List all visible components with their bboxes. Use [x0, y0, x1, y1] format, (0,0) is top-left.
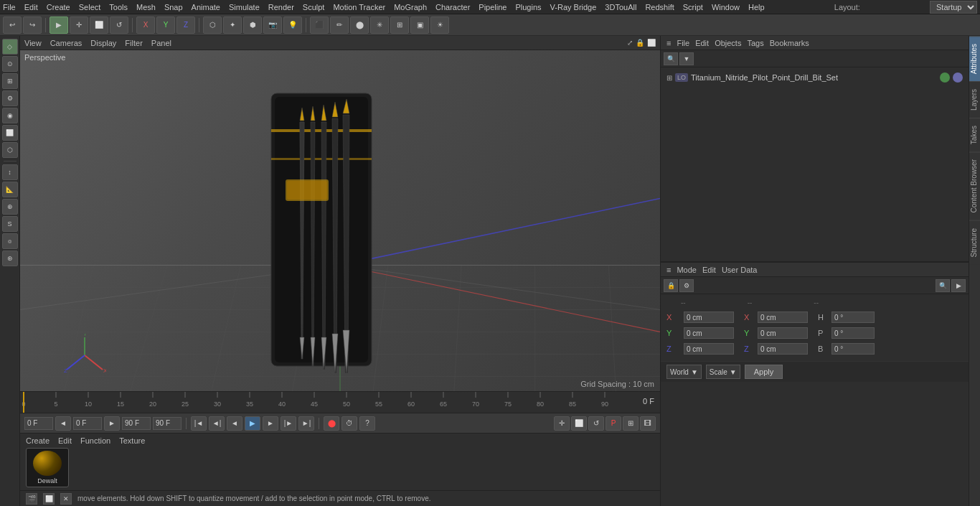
visibility-dot-1[interactable]	[940, 72, 950, 83]
coord-z-input[interactable]	[684, 343, 734, 355]
mat-menu-texture[interactable]: Texture	[119, 436, 145, 445]
viewport-render-btn[interactable]: ☀	[430, 17, 449, 34]
mat-menu-edit[interactable]: Edit	[58, 436, 72, 445]
status-icon-film[interactable]: 🎬	[26, 493, 37, 505]
z-axis-btn[interactable]: Z	[176, 17, 195, 34]
om-menu-edit[interactable]: Edit	[695, 39, 709, 47]
tab-content-browser[interactable]: Content Browser	[969, 151, 980, 220]
attr-search-btn[interactable]: 🔍	[936, 279, 950, 292]
magic-btn[interactable]: ✳	[370, 17, 389, 34]
mat-menu-create[interactable]: Create	[26, 436, 50, 445]
y-axis-btn[interactable]: Y	[156, 17, 175, 34]
menu-tools[interactable]: Tools	[109, 3, 128, 11]
om-row-drill[interactable]: ⊞ LO Titanium_Nitride_Pilot_Point_Drill_…	[664, 70, 966, 85]
attr-settings-btn[interactable]: ⚙	[679, 279, 694, 292]
tab-takes[interactable]: Takes	[969, 118, 980, 151]
tab-attributes[interactable]: Attributes	[969, 36, 980, 81]
menu-sculpt[interactable]: Sculpt	[303, 3, 325, 11]
menu-help[interactable]: Help	[748, 3, 765, 11]
status-icon-close[interactable]: ✕	[60, 493, 72, 505]
go-end-btn[interactable]: ►|	[298, 416, 314, 431]
end-frame-btn[interactable]: ►	[104, 416, 120, 431]
lasso-btn[interactable]: ⬤	[350, 17, 369, 34]
vp-menu-display[interactable]: Display	[90, 39, 116, 47]
vp-icon-lock[interactable]: 🔒	[636, 39, 644, 47]
menu-vray[interactable]: V-Ray Bridge	[550, 3, 597, 11]
brush-tool[interactable]: S	[2, 216, 18, 232]
axis-tool[interactable]: ⊕	[2, 199, 18, 215]
dotmatrix-btn[interactable]: ⊞	[623, 416, 639, 431]
vp-menu-filter[interactable]: Filter	[125, 39, 142, 47]
coord-b-input[interactable]	[831, 343, 875, 355]
snap-tool[interactable]: ↕	[2, 164, 18, 180]
spline-btn[interactable]: ✦	[223, 17, 242, 34]
paint-tool[interactable]: ⊙	[2, 56, 18, 72]
vp-icon-expand[interactable]: ⬜	[647, 39, 656, 47]
hair-tool[interactable]: ⚙	[2, 90, 18, 106]
coord-h-input[interactable]	[831, 311, 875, 323]
menu-character[interactable]: Character	[435, 3, 470, 11]
coord-p-input[interactable]	[831, 327, 875, 339]
stamp-tool[interactable]: ⌾	[2, 233, 18, 249]
menu-simulate[interactable]: Simulate	[229, 3, 260, 11]
vp-icon-move[interactable]: ⤢	[627, 39, 633, 47]
edge-tool[interactable]: ⬜	[2, 125, 18, 141]
render-btn[interactable]: ▣	[410, 17, 429, 34]
grid-btn[interactable]: ⊞	[390, 17, 409, 34]
film-btn[interactable]: 🎞	[640, 416, 656, 431]
cube-btn[interactable]: ⬛	[310, 17, 329, 34]
uv-tool[interactable]: ⊞	[2, 73, 18, 89]
scale-trans-btn[interactable]: ⬜	[571, 416, 587, 431]
prev-key-btn[interactable]: ◄|	[209, 416, 225, 431]
menu-create[interactable]: Create	[47, 3, 70, 11]
model-tool[interactable]: ◇	[2, 39, 18, 55]
auto-key-btn[interactable]: ⏱	[341, 416, 357, 431]
menu-animate[interactable]: Animate	[192, 3, 220, 11]
go-start-btn[interactable]: |◄	[191, 416, 207, 431]
vp-menu-panel[interactable]: Panel	[151, 39, 171, 47]
start-frame-input[interactable]	[24, 417, 53, 430]
keyframe-btn[interactable]: P	[606, 416, 621, 431]
play-btn[interactable]: ▶	[245, 416, 260, 431]
poly-tool[interactable]: ⬡	[2, 142, 18, 158]
coord-x-input[interactable]	[684, 311, 734, 323]
camera-btn[interactable]: 📷	[263, 17, 282, 34]
om-filter-btn[interactable]: ▼	[679, 52, 694, 65]
attr-lock-btn[interactable]: 🔒	[664, 279, 678, 292]
world-dropdown[interactable]: World ▼	[666, 365, 702, 379]
menu-3dtoall[interactable]: 3DTouAll	[605, 3, 636, 11]
tab-layers[interactable]: Layers	[969, 81, 980, 118]
rotate-trans-btn[interactable]: ↺	[588, 416, 604, 431]
vp-menu-cameras[interactable]: Cameras	[50, 39, 83, 47]
layout-dropdown[interactable]: Startup	[930, 1, 977, 14]
om-search-btn[interactable]: 🔍	[664, 52, 678, 65]
menu-mograph[interactable]: MoGraph	[394, 3, 427, 11]
attr-menu-mode[interactable]: Mode	[677, 266, 697, 274]
pen-btn[interactable]: ✏	[330, 17, 349, 34]
point-tool[interactable]: ◉	[2, 108, 18, 123]
polygon-btn[interactable]: ⬡	[203, 17, 222, 34]
viewport[interactable]: View Cameras Display Filter Panel ⤢ 🔒 ⬜	[20, 36, 660, 391]
menu-snap[interactable]: Snap	[164, 3, 183, 11]
menu-file[interactable]: File	[3, 3, 16, 11]
apply-button[interactable]: Apply	[745, 365, 783, 379]
attr-more-btn[interactable]: ▶	[951, 279, 966, 292]
om-menu-tags[interactable]: Tags	[747, 39, 763, 47]
attr-menu-userdata[interactable]: User Data	[722, 266, 758, 274]
redo-button[interactable]: ↪	[23, 17, 42, 34]
current-frame-input[interactable]	[73, 417, 102, 430]
move-trans-btn[interactable]: ✛	[554, 416, 570, 431]
rotate-tool[interactable]: ↺	[110, 17, 128, 34]
measure-tool[interactable]: 📐	[2, 182, 18, 197]
x-axis-btn[interactable]: X	[136, 17, 155, 34]
coord-z2-input[interactable]	[758, 343, 808, 355]
scale-tool[interactable]: ⬜	[90, 17, 108, 34]
visibility-dot-2[interactable]	[953, 72, 963, 83]
record-btn[interactable]: ⬤	[324, 416, 339, 431]
status-icon-square[interactable]: ⬜	[43, 493, 55, 505]
end-frame-input[interactable]	[122, 417, 151, 430]
end-frame2-input[interactable]	[153, 417, 182, 430]
timeline-ruler[interactable]: 0 5 10 15 20 25 30 35	[20, 392, 660, 413]
menu-pipeline[interactable]: Pipeline	[479, 3, 507, 11]
vp-menu-view[interactable]: View	[24, 39, 42, 47]
